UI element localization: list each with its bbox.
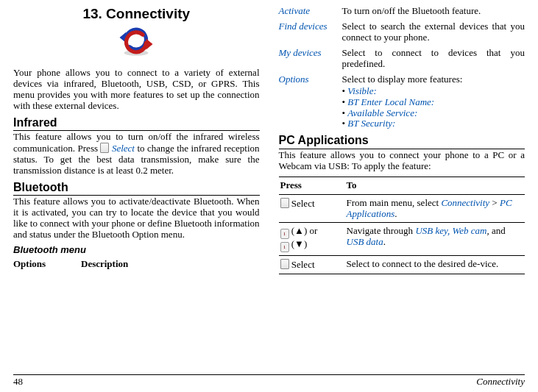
connectivity-link: Connectivity xyxy=(441,197,489,208)
connectivity-refresh-icon xyxy=(13,26,260,60)
footer-title: Connectivity xyxy=(476,377,525,388)
option-desc: Select to display more features: Visible… xyxy=(342,74,525,130)
page-footer: 48 Connectivity xyxy=(13,374,525,388)
softkey-icon xyxy=(280,198,289,208)
table-row: Select Select to connect to the desired … xyxy=(279,256,525,274)
text: > xyxy=(489,197,500,208)
option-label: Options xyxy=(279,74,342,85)
visible-link: Visible: xyxy=(347,85,376,96)
bt-security-link: BT Security: xyxy=(347,118,395,129)
text: Select to connect to the desired de-vice… xyxy=(345,256,525,274)
key-down: (▼) xyxy=(291,238,308,249)
text: , and xyxy=(486,225,505,236)
bt-option-find-devices: Find devices Select to search the extern… xyxy=(279,21,525,43)
col-press: Press xyxy=(279,177,345,194)
pc-applications-heading: PC Applications xyxy=(279,134,525,149)
table-header-row: Press To xyxy=(279,177,525,194)
svg-marker-2 xyxy=(146,38,153,49)
bluetooth-menu-heading: Bluetooth menu xyxy=(13,245,260,256)
option-desc: To turn on/off the Bluetooth feature. xyxy=(342,6,525,17)
option-label: Activate xyxy=(279,6,342,17)
table-row: ı (▲) or ı (▼) Navigate through USB key,… xyxy=(279,223,525,256)
nav-key-icon: ı xyxy=(280,242,289,252)
text: . xyxy=(394,208,397,219)
key-up: (▲) xyxy=(291,225,308,236)
text: Navigate through xyxy=(347,225,416,236)
option-label: Find devices xyxy=(279,21,342,32)
option-label: My devices xyxy=(279,48,342,59)
text: . xyxy=(383,236,386,247)
page-number: 48 xyxy=(13,377,23,388)
select-link: Select xyxy=(112,143,135,154)
bt-option-my-devices: My devices Select to connect to devices … xyxy=(279,48,525,70)
usb-data-link: USB data xyxy=(347,236,383,247)
right-column: Activate To turn on/off the Bluetooth fe… xyxy=(279,6,525,274)
text: From main menu, select xyxy=(347,197,442,208)
softkey-icon xyxy=(280,259,289,269)
bt-local-name-link: BT Enter Local Name: xyxy=(347,96,434,107)
pc-applications-table: Press To Select From main menu, select C… xyxy=(279,177,525,275)
bluetooth-options-header: Options Description xyxy=(13,259,260,270)
text: or xyxy=(307,225,317,236)
text: Select to display more features: xyxy=(342,74,463,85)
key-label: Select xyxy=(291,259,315,270)
intro-text: Your phone allows you to connect to a va… xyxy=(13,68,260,112)
option-desc: Select to connect to devices that you pr… xyxy=(342,48,525,70)
option-desc: Select to search the external devices th… xyxy=(342,21,525,43)
table-row: Select From main menu, select Connectivi… xyxy=(279,194,525,223)
softkey-icon xyxy=(100,143,109,153)
usb-key-webcam-link: USB key, Web cam xyxy=(415,225,486,236)
available-service-link: Available Service: xyxy=(347,107,417,118)
infrared-heading: Infrared xyxy=(13,116,260,131)
bt-option-activate: Activate To turn on/off the Bluetooth fe… xyxy=(279,6,525,17)
key-label: Select xyxy=(291,198,315,209)
col-to: To xyxy=(345,177,525,194)
nav-key-icon: ı xyxy=(280,229,289,239)
left-column: 13. Connectivity Your phone allows you t… xyxy=(13,6,260,274)
bluetooth-heading: Bluetooth xyxy=(13,181,260,196)
col-options: Options xyxy=(13,259,81,270)
pc-applications-intro: This feature allows you to connect your … xyxy=(279,150,525,172)
bt-option-options: Options Select to display more features:… xyxy=(279,74,525,130)
bluetooth-text: This feature allows you to activate/deac… xyxy=(13,196,260,240)
chapter-title: 13. Connectivity xyxy=(13,6,260,22)
infrared-text: This feature allows you to turn on/off t… xyxy=(13,132,260,177)
options-sublist: Visible: BT Enter Local Name: Available … xyxy=(342,86,525,130)
col-description: Description xyxy=(81,259,128,270)
